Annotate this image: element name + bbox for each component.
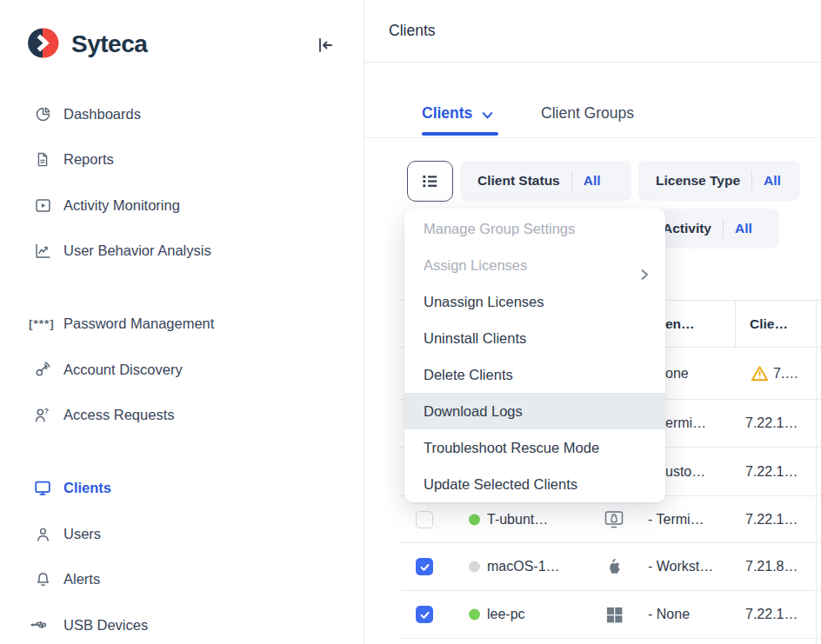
sidebar-item-label: Password Management: [63, 315, 214, 332]
chevron-down-icon: [480, 108, 495, 123]
syteca-logo-icon: [28, 27, 60, 63]
sidebar-item-clients[interactable]: Clients: [0, 475, 364, 500]
menu-item-unassign-licenses[interactable]: Unassign Licenses: [404, 283, 665, 320]
license-cell: - None: [648, 607, 690, 622]
svg-text:?: ?: [44, 407, 49, 415]
check-icon: [419, 561, 431, 573]
windows-icon: [603, 603, 625, 626]
document-icon: [31, 149, 54, 169]
sidebar-item-label: Alerts: [63, 571, 100, 588]
bulk-actions-menu-button[interactable]: [407, 161, 453, 202]
version-cell: 7.…: [773, 366, 798, 382]
sidebar-item-access-requests[interactable]: ? Access Requests: [0, 402, 364, 427]
active-tab-underline: [422, 132, 498, 136]
sidebar: Syteca Dashboards Reports: [0, 0, 364, 644]
chip-divider: [751, 171, 752, 190]
client-name-cell: T-ubunt…: [487, 512, 548, 528]
sidebar-item-alerts[interactable]: Alerts: [0, 567, 364, 591]
linux-icon: [603, 508, 625, 531]
table-row[interactable]: macOS-1… - Workst… 7.21.8…: [400, 543, 821, 591]
trend-chart-icon: [31, 240, 54, 261]
sidebar-item-label: Clients: [63, 480, 111, 496]
filter-license-type[interactable]: License Type All: [638, 161, 800, 201]
sidebar-item-label: Activity Monitoring: [63, 197, 180, 214]
sidebar-item-reports[interactable]: Reports: [0, 147, 364, 171]
pie-chart-icon: [31, 103, 54, 124]
sidebar-item-label: Account Discovery: [63, 362, 183, 378]
license-cell: usto…: [665, 464, 705, 480]
menu-item-troubleshoot-rescue-mode[interactable]: Troubleshoot Rescue Mode: [404, 429, 665, 466]
check-icon: [419, 609, 431, 621]
key-signal-icon: [31, 359, 54, 380]
brand-name: Syteca: [71, 30, 147, 58]
version-cell: 7.21.8…: [745, 559, 798, 574]
sidebar-item-label: Reports: [63, 151, 114, 168]
sidebar-item-activity-monitoring[interactable]: Activity Monitoring: [0, 193, 364, 217]
menu-item-manage-group-settings[interactable]: Manage Group Settings: [404, 210, 665, 247]
sidebar-item-label: User Behavior Analysis: [63, 242, 211, 259]
table-row[interactable]: lee-pc - None 7.22.1…: [400, 591, 821, 639]
menu-item-delete-clients[interactable]: Delete Clients: [404, 356, 665, 393]
version-cell: 7.22.1…: [745, 464, 798, 480]
filter-client-status[interactable]: Client Status All: [460, 161, 631, 201]
usb-icon: [26, 614, 49, 635]
license-cell: - Termi…: [648, 512, 704, 528]
status-offline-dot: [469, 561, 480, 573]
tab-client-groups[interactable]: Client Groups: [541, 104, 634, 123]
warning-icon: [750, 363, 770, 383]
apple-icon: [603, 555, 625, 578]
sidebar-item-label: Users: [63, 526, 101, 542]
menu-item-download-logs[interactable]: Download Logs: [404, 393, 665, 429]
column-header-license[interactable]: en…: [665, 301, 695, 348]
version-cell: 7.22.1…: [745, 607, 798, 622]
column-header-client-version[interactable]: Clie…: [750, 301, 788, 348]
license-cell: ermi…: [665, 415, 706, 431]
filter-value: All: [735, 221, 752, 236]
tab-label: Client Groups: [541, 104, 634, 123]
sidebar-item-password-management[interactable]: [***] Password Management: [0, 311, 364, 335]
monitor-icon: [31, 477, 54, 498]
tab-label: Clients: [422, 104, 472, 123]
menu-item-label: Assign Licenses: [424, 257, 527, 273]
page-title: Clients: [389, 0, 436, 62]
play-screen-icon: [31, 195, 54, 216]
filter-label: Activity: [663, 221, 711, 236]
sidebar-item-usb-devices[interactable]: USB Devices: [0, 613, 364, 637]
sidebar-item-user-behavior-analysis[interactable]: User Behavior Analysis: [0, 238, 364, 262]
header-column-divider: [735, 300, 736, 348]
chip-divider: [723, 219, 724, 238]
tab-clients[interactable]: Clients: [422, 104, 495, 123]
table-row[interactable]: T-ubunt… - Termi… 7.22.1…: [400, 496, 821, 543]
tabs-divider: [364, 137, 821, 138]
menu-item-update-selected-clients[interactable]: Update Selected Clients: [404, 466, 665, 502]
status-online-dot: [469, 609, 480, 621]
row-checkbox-checked[interactable]: [416, 606, 433, 623]
version-cell: 7.22.1…: [745, 415, 798, 431]
sidebar-collapse-button[interactable]: [313, 33, 337, 57]
sidebar-item-dashboards[interactable]: Dashboards: [0, 102, 364, 126]
row-checkbox[interactable]: [416, 511, 433, 528]
brand-logo: Syteca: [28, 27, 147, 62]
row-checkbox-checked[interactable]: [416, 558, 433, 575]
filter-activity[interactable]: Activity All: [645, 209, 779, 249]
filter-label: License Type: [656, 173, 740, 189]
app-window: Syteca Dashboards Reports: [0, 0, 821, 644]
menu-item-assign-licenses[interactable]: Assign Licenses: [404, 247, 665, 283]
version-cell: 7.22.1…: [745, 512, 798, 528]
main-content: Clients Clients Client Groups Client Sta…: [364, 0, 821, 644]
sidebar-item-users[interactable]: Users: [0, 521, 364, 546]
password-brackets-icon: [***]: [24, 313, 59, 334]
sidebar-item-label: Dashboards: [63, 106, 141, 123]
top-header: Clients: [364, 0, 821, 63]
person-question-icon: ?: [31, 404, 54, 425]
sidebar-item-label: USB Devices: [63, 617, 148, 634]
client-name-cell: lee-pc: [487, 607, 525, 622]
bulk-actions-dropdown: Manage Group Settings Assign Licenses Un…: [404, 209, 665, 502]
sidebar-item-label: Access Requests: [63, 407, 174, 423]
list-icon: [420, 171, 440, 191]
status-online-dot: [469, 514, 480, 525]
license-cell: - Workst…: [648, 559, 713, 574]
sidebar-item-account-discovery[interactable]: Account Discovery: [0, 357, 364, 382]
filter-value: All: [764, 173, 781, 189]
menu-item-uninstall-clients[interactable]: Uninstall Clients: [404, 320, 665, 356]
